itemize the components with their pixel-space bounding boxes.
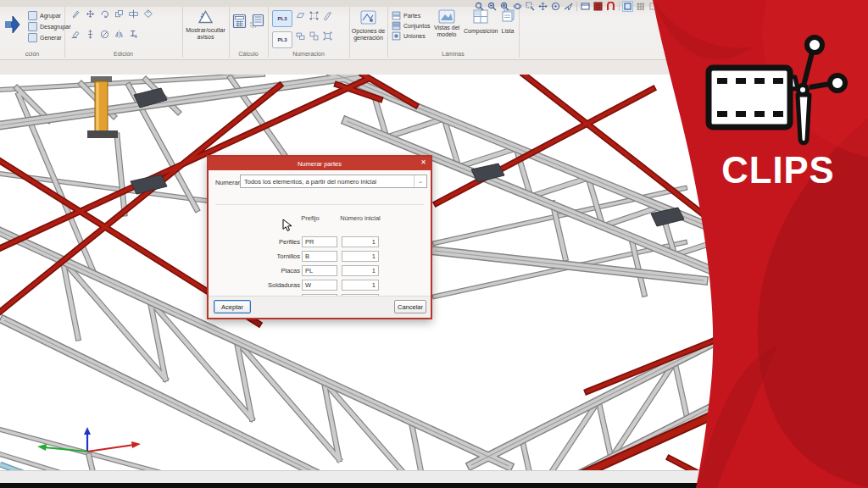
opciones-generacion-button[interactable]: Opciones de generación <box>349 7 388 58</box>
mouse-cursor <box>282 219 293 232</box>
dialog-titlebar[interactable]: Numerar partes ✕ <box>209 157 431 170</box>
fly-icon[interactable] <box>564 2 573 11</box>
row-label-soldaduras: Soldaduras <box>234 281 300 289</box>
rotate-icon[interactable] <box>100 9 109 19</box>
tornillos-prefix-input[interactable]: B <box>302 251 337 262</box>
perfiles-initial-input[interactable]: 1 <box>342 236 379 247</box>
placas-prefix-input[interactable]: PL <box>302 265 337 276</box>
number-part-icon[interactable]: PL3 <box>272 10 292 27</box>
chevron-down-icon: ⌄ <box>414 175 426 187</box>
partes-icon <box>392 11 401 20</box>
zoom-original-icon[interactable] <box>475 2 484 11</box>
brand-wordmark: CLIPS <box>696 148 860 192</box>
soldaduras-prefix-input[interactable]: W <box>302 280 337 291</box>
numerar-dropdown[interactable]: Todos los elementos, a partir del número… <box>240 175 427 188</box>
placas-initial-input[interactable]: 1 <box>342 265 379 276</box>
select-handles-icon[interactable] <box>309 11 319 20</box>
toolbar-separator <box>619 2 620 11</box>
table-row: Soldaduras W 1 <box>209 280 431 291</box>
workplane-icon[interactable] <box>623 2 632 11</box>
ribbon-group-numeracion: PL3 PL3 Numeración <box>268 7 350 58</box>
row-label-perfiles: Perfiles <box>234 238 300 246</box>
selection-tool-icon[interactable] <box>4 14 26 36</box>
two-rects-icon[interactable] <box>309 31 319 41</box>
dialog-separator <box>215 204 424 205</box>
zoom-previous-icon[interactable] <box>487 2 497 11</box>
conjuntos-button[interactable]: Conjuntos <box>392 20 431 30</box>
generar-label: Generar <box>40 35 62 41</box>
vistas-modelo-label: Vistas del modelo <box>431 25 462 38</box>
row-label-placas: Placas <box>234 267 300 274</box>
number-frame-icon[interactable]: PL3 <box>272 31 292 48</box>
soldaduras-initial-input[interactable]: 1 <box>342 280 379 291</box>
erase-icon[interactable] <box>71 30 81 39</box>
pen-select-icon[interactable] <box>323 11 332 20</box>
snap-magnet-icon[interactable] <box>606 2 615 11</box>
partes-button[interactable]: Partes <box>392 10 431 20</box>
pan-icon[interactable] <box>538 2 548 11</box>
grid-icon[interactable] <box>636 2 645 11</box>
model-views-icon <box>438 9 455 24</box>
generate-icon <box>28 33 37 42</box>
center-view-icon[interactable] <box>551 2 560 11</box>
table-row: Perfiles PR 1 <box>209 236 431 247</box>
close-icon[interactable]: ✕ <box>420 158 426 166</box>
plane-icon[interactable] <box>296 11 305 20</box>
bottom-black-bar <box>0 483 868 488</box>
table-row: Tornillos B 1 <box>209 251 431 262</box>
render-icon[interactable] <box>593 2 603 11</box>
tornillos-initial-input[interactable]: 1 <box>342 251 379 262</box>
orbit-icon[interactable] <box>513 2 522 11</box>
numerar-dropdown-value: Todos los elementos, a partir del número… <box>241 178 376 186</box>
new-view-icon[interactable] <box>581 2 590 11</box>
uniones-icon <box>392 31 401 41</box>
view-quick-toolbar <box>475 1 658 12</box>
align-icon[interactable] <box>129 9 138 19</box>
tag-icon[interactable] <box>143 9 153 19</box>
uniones-button[interactable]: Uniones <box>392 30 431 41</box>
warning-triangle-icon <box>198 10 213 24</box>
model-viewport[interactable] <box>0 75 868 470</box>
calculo-group-label: Cálculo <box>229 51 268 57</box>
dialog-button-bar: Aceptar Cancelar <box>209 296 431 318</box>
ortho-icon[interactable] <box>648 2 658 11</box>
cube-select-icon[interactable] <box>323 31 332 41</box>
perfiles-prefix-input[interactable]: PR <box>302 236 337 247</box>
conjuntos-label: Conjuntos <box>403 23 431 29</box>
mirror-icon[interactable] <box>114 30 124 39</box>
ribbon-group-laminas: Partes Conjuntos Uniones Vistas del mode… <box>387 7 520 58</box>
cancelar-button[interactable]: Cancelar <box>394 300 426 313</box>
group-icon <box>28 11 37 20</box>
app-window: Agrupar Desagrupar Generar cción <box>0 0 868 488</box>
numerar-partes-dialog: Numerar partes ✕ Numerar Todos los eleme… <box>207 155 432 319</box>
status-bar <box>0 470 868 484</box>
move-icon[interactable] <box>86 9 95 19</box>
ungroup-icon <box>28 22 37 31</box>
calculator-select-icon[interactable] <box>250 14 264 29</box>
row-label-tornillos: Tornillos <box>234 252 300 260</box>
ribbon-gap <box>0 60 868 75</box>
composicion-button[interactable]: Composición <box>464 9 498 35</box>
partes-label: Partes <box>403 13 420 19</box>
copy-icon[interactable] <box>114 9 124 19</box>
vistas-modelo-button[interactable]: Vistas del modelo <box>431 9 462 38</box>
rotate-plane-icon[interactable] <box>100 30 109 39</box>
pencil-icon[interactable] <box>71 9 81 19</box>
lista-button[interactable]: Lista <box>498 9 518 35</box>
avisos-toggle-button[interactable]: Mostrar/ocultar avisos <box>182 7 230 58</box>
calculator-icon[interactable] <box>232 14 247 29</box>
pair-parts-icon[interactable] <box>296 31 305 41</box>
beam-insert-icon[interactable] <box>129 30 138 39</box>
zoom-fit-icon[interactable] <box>500 2 509 11</box>
pl3-badge: PL3 <box>277 37 287 42</box>
avisos-button-label: Mostrar/ocultar avisos <box>183 27 228 41</box>
table-row: Placas PL 1 <box>209 265 431 276</box>
zoom-area-icon[interactable] <box>526 2 535 11</box>
move-vertical-icon[interactable] <box>86 30 95 39</box>
dialog-title: Numerar partes <box>298 160 342 168</box>
aceptar-button[interactable]: Aceptar <box>214 300 251 313</box>
ribbon-group-calculo: Cálculo <box>229 7 269 58</box>
accion-group-label: cción <box>0 51 64 57</box>
pl3-badge: PL3 <box>277 16 287 21</box>
edicion-group-label: Edición <box>64 51 182 57</box>
